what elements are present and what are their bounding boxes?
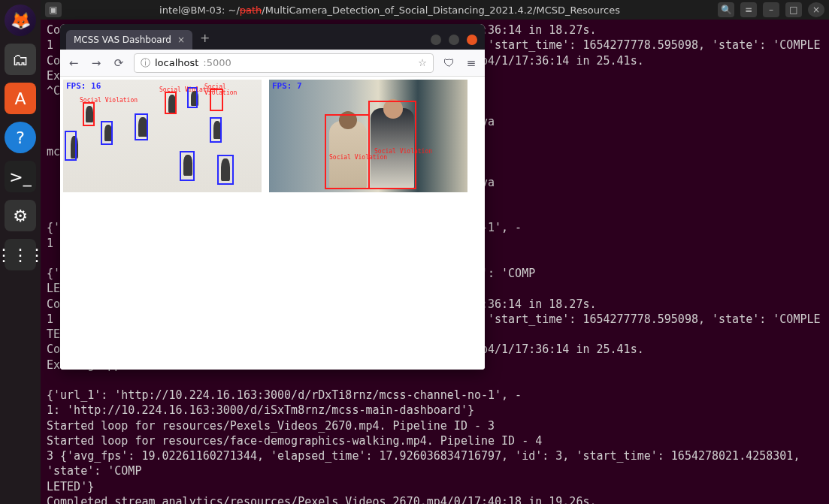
dock-software[interactable]: A — [5, 83, 36, 114]
dock-apps-grid[interactable]: ⋮⋮⋮ — [5, 239, 36, 270]
browser-toolbar: ← → ⟳ ⓘ localhost:5000 ☆ 🛡 ≡ — [60, 50, 485, 77]
window-title: intel@BM-03: ~/path/MultiCamera_Detectio… — [68, 5, 712, 16]
window-titlebar: ▣ intel@BM-03: ~/path/MultiCamera_Detect… — [41, 0, 829, 20]
tab-close-icon[interactable]: × — [177, 35, 185, 45]
browser-minimize[interactable] — [431, 35, 441, 45]
shield-icon[interactable]: 🛡 — [441, 56, 456, 71]
forward-button[interactable]: → — [89, 56, 104, 71]
titlebar-search-icon[interactable]: 🔍 — [718, 2, 734, 17]
url-host: localhost — [155, 57, 198, 68]
browser-tab-bar: MCSS VAS Dashboard × + — [60, 24, 485, 50]
page-content: FPS: 16 Social Violation Social Violatio… — [60, 77, 485, 370]
browser-close[interactable] — [467, 35, 477, 45]
site-info-icon[interactable]: ⓘ — [141, 56, 150, 70]
terminal-line: LETED'} — [47, 479, 823, 494]
terminal-line: Completed stream analytics/resources/Pex… — [47, 494, 823, 504]
terminal-line: Started loop for resources/Pexels_Videos… — [47, 418, 823, 433]
terminal-line: 3 {'avg_fps': 19.02261160271344, 'elapse… — [47, 448, 823, 479]
new-tab-button[interactable]: + — [192, 26, 217, 50]
titlebar-maximize[interactable]: □ — [785, 2, 802, 17]
bookmark-star-icon[interactable]: ☆ — [418, 57, 427, 68]
titlebar-menu-icon[interactable]: ≡ — [740, 2, 757, 17]
fps-label: FPS: 7 — [272, 81, 302, 91]
camera-feed-2: FPS: 7 Social Violation Social Violation — [269, 80, 467, 192]
browser-tab[interactable]: MCSS VAS Dashboard × — [66, 30, 192, 50]
titlebar-app-icon[interactable]: ▣ — [45, 2, 62, 17]
tab-title: MCSS VAS Dashboard — [74, 35, 171, 45]
titlebar-close[interactable]: × — [808, 2, 824, 17]
terminal-line — [47, 373, 823, 388]
back-button[interactable]: ← — [66, 56, 81, 71]
camera-feed-1: FPS: 16 Social Violation Social Violatio… — [63, 80, 262, 192]
hamburger-menu-icon[interactable]: ≡ — [464, 56, 479, 71]
terminal-line: 1: 'http://10.224.16.163:3000/d/iSxTm8rn… — [47, 403, 823, 418]
dock-firefox[interactable]: 🦊 — [5, 5, 36, 36]
address-bar[interactable]: ⓘ localhost:5000 ☆ — [134, 53, 434, 73]
browser-window[interactable]: MCSS VAS Dashboard × + ← → ⟳ ⓘ localhost… — [60, 24, 485, 370]
url-port: :5000 — [203, 57, 231, 68]
dock-terminal[interactable]: >_ — [5, 161, 36, 192]
fps-label: FPS: 16 — [66, 81, 101, 91]
reload-button[interactable]: ⟳ — [111, 56, 126, 71]
dock-files[interactable]: 🗂 — [5, 44, 36, 75]
browser-maximize[interactable] — [449, 35, 459, 45]
browser-window-controls — [431, 35, 482, 50]
terminal-line: Started loop for resources/face-demograp… — [47, 433, 823, 448]
dock-help[interactable]: ? — [5, 122, 36, 153]
terminal-line: {'url_1': 'http://10.224.16.163:3000/d/r… — [47, 388, 823, 403]
dock: 🦊 🗂 A ? >_ ⚙ ⋮⋮⋮ — [0, 0, 41, 504]
dock-settings[interactable]: ⚙ — [5, 200, 36, 231]
titlebar-minimize[interactable]: – — [763, 2, 779, 17]
